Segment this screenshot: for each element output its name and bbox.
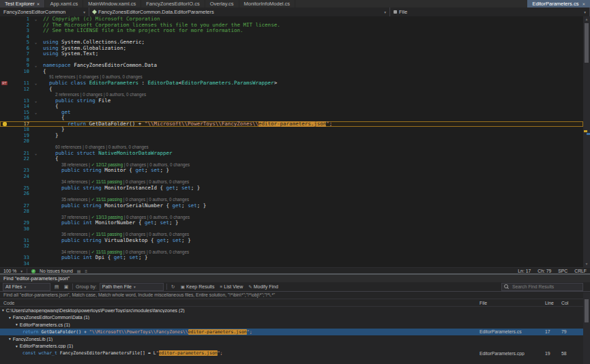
codelens-row[interactable]: 91 references | 0 changes | 0 authors, 0… (0, 74, 583, 80)
code-editor[interactable]: 1⌄// Copyright (c) Microsoft Corporation… (0, 16, 590, 267)
project-dropdown[interactable]: FancyZonesEditorCommon ▾ (0, 7, 89, 16)
code-line[interactable]: 25public string MonitorInstanceId { get;… (0, 185, 583, 192)
modify-find-button[interactable]: ✎ Modify Find (247, 284, 280, 290)
document-tab[interactable]: FancyZonesEditorIO.cs (141, 0, 205, 7)
find-result-row[interactable]: ▾FancyZonesLib (1) (0, 335, 583, 343)
code-line[interactable]: 20 (0, 138, 583, 145)
health-status-text[interactable]: No issues found (40, 269, 73, 273)
document-tab[interactable]: App.xaml.cs (45, 0, 83, 7)
list-icon[interactable]: ≡ (85, 269, 87, 273)
codelens-row[interactable]: 35 references | ✓ 11/11 passing | 0 chan… (0, 197, 583, 203)
code-line[interactable]: 30 (0, 226, 583, 232)
scope-dropdown[interactable]: All Files ▾ (3, 283, 50, 291)
code-line[interactable]: 16{ (0, 115, 583, 121)
find-result-row[interactable]: return GetDataFolder() + "\\Microsoft\\P… (0, 329, 583, 336)
code-line[interactable]: 12{ (0, 87, 583, 93)
code-line[interactable]: 15⌄get (0, 110, 583, 116)
code-line[interactable]: 29public int MonitorNumber { get; set; } (0, 220, 583, 226)
keep-results-toggle[interactable]: ▣ Keep Results (179, 284, 216, 290)
fold-chevron-icon[interactable]: ⌄ (31, 63, 40, 69)
document-tab[interactable]: Overlay.cs (205, 0, 239, 7)
code-line[interactable]: 18} (0, 127, 583, 133)
find-result-row[interactable]: ▾EditorParameters.cs (1) (0, 321, 583, 329)
code-line[interactable]: 8 (0, 57, 583, 63)
line-indicator[interactable]: Ln: 17 (518, 269, 531, 273)
code-area[interactable]: 1⌄// Copyright (c) Microsoft Corporation… (0, 16, 583, 267)
code-line[interactable]: 6using System.Globalization; (0, 46, 583, 52)
code-line[interactable]: RT11⌄public class EditorParameters : Edi… (0, 80, 583, 87)
code-line[interactable]: 7using System.Text; (0, 51, 583, 57)
fold-chevron-icon[interactable]: ⌄ (31, 110, 40, 116)
results-header-row[interactable]: Code File Line Col (0, 299, 583, 307)
codelens-row[interactable]: 34 references | ✓ 11/11 passing | 0 chan… (0, 249, 583, 256)
char-indicator[interactable]: Ch: 79 (537, 269, 551, 273)
code-line[interactable]: 22{ (0, 156, 583, 162)
member-dropdown[interactable]: File ▾ (390, 7, 590, 16)
find-panel-scrollbar[interactable] (583, 292, 590, 364)
editor-vertical-scrollbar[interactable]: ▲ ▼ (583, 16, 590, 267)
search-find-results-box[interactable] (501, 283, 583, 291)
code-line[interactable]: 17return GetDataFolder() + "\\Microsoft\… (0, 121, 583, 127)
code-column-header[interactable]: Code (3, 301, 14, 305)
expand-arrow-icon[interactable]: ▾ (16, 344, 18, 348)
close-icon[interactable]: ✕ (37, 2, 40, 6)
fold-chevron-icon[interactable]: ⌄ (31, 80, 40, 87)
line-ending-indicator[interactable]: CRLF (574, 269, 587, 273)
codelens-row[interactable]: 60 references | 0 changes | 0 authors, 0… (0, 145, 583, 151)
scroll-up-icon[interactable]: ▲ (583, 16, 590, 22)
code-line[interactable]: 13⌄public string File (0, 98, 583, 104)
code-line[interactable]: 24 (0, 174, 583, 180)
code-line[interactable]: 2// The Microsoft Corporation licenses t… (0, 22, 583, 29)
expand-all-icon[interactable]: ▤ (53, 284, 60, 290)
line-column-header[interactable]: Line (545, 301, 561, 305)
code-line[interactable]: 23public string Monitor { get; set; } (0, 168, 583, 174)
refresh-icon[interactable]: ↻ (170, 284, 177, 290)
code-line[interactable]: 31public string VirtualDesktop { get; se… (0, 238, 583, 244)
code-line[interactable]: 4 (0, 34, 583, 40)
type-dropdown[interactable]: FancyZonesEditorCommon.Data.EditorParame… (89, 7, 390, 16)
find-result-row[interactable]: const wchar_t FancyZonesEditorParameters… (0, 350, 583, 357)
find-result-row[interactable]: ▾EditorParameters.cpp (1) (0, 343, 583, 350)
code-line[interactable]: 26 (0, 191, 583, 197)
scroll-down-icon[interactable]: ▼ (583, 261, 590, 267)
find-result-row[interactable]: ▾C:\Users\zhaopengwang\Desktop\powertoys… (0, 307, 583, 314)
code-line[interactable]: 9⌄namespace FancyZonesEditorCommon.Data (0, 63, 583, 69)
health-check-icon[interactable]: ✓ (31, 269, 35, 273)
zoom-level[interactable]: 100 % (3, 269, 16, 273)
code-line[interactable]: 32 (0, 243, 583, 249)
expand-arrow-icon[interactable]: ▾ (9, 316, 11, 320)
collapse-all-icon[interactable]: ▣ (63, 284, 70, 290)
document-tab[interactable]: MainWindow.xaml.cs (83, 0, 141, 7)
codelens-row[interactable]: 37 references | ✓ 13/13 passing | 0 chan… (0, 215, 583, 221)
chevron-down-icon[interactable]: ▾ (20, 269, 23, 273)
document-tab[interactable]: Test Explorer✕ (0, 0, 45, 7)
document-icon[interactable]: ▤ (77, 269, 81, 273)
active-document-tab[interactable]: EditorParameters.cs ✕ (527, 0, 590, 7)
document-tab[interactable]: MonitorInfoModel.cs (239, 0, 296, 7)
expand-arrow-icon[interactable]: ▾ (16, 322, 18, 327)
file-column-header[interactable]: File (480, 301, 545, 305)
group-by-dropdown[interactable]: Path then File ▾ (100, 283, 164, 291)
list-view-button[interactable]: ≡ List View (219, 284, 245, 289)
col-column-header[interactable]: Col (561, 301, 583, 305)
expand-arrow-icon[interactable]: ▾ (9, 337, 11, 341)
fold-chevron-icon[interactable]: ⌄ (31, 98, 40, 104)
codelens-row[interactable]: 34 references | ✓ 11/11 passing | 0 chan… (0, 179, 583, 185)
space-mode-indicator[interactable]: SPC (558, 269, 567, 273)
code-line[interactable]: 5⌄using System.Collections.Generic; (0, 40, 583, 46)
code-line[interactable]: 10{ (0, 69, 583, 75)
codelens-row[interactable]: 36 references | ✓ 11/11 passing | 0 chan… (0, 232, 583, 238)
find-result-row[interactable]: ▾FancyZonesEditorCommon\Data (1) (0, 314, 583, 322)
scrollbar-thumb[interactable] (585, 23, 589, 63)
code-line[interactable]: 34 (0, 261, 583, 267)
code-line[interactable]: 27public string MonitorSerialNumber { ge… (0, 203, 583, 209)
expand-arrow-icon[interactable]: ▾ (2, 308, 4, 312)
code-line[interactable]: 28 (0, 209, 583, 215)
scrollbar-thumb[interactable] (585, 299, 589, 322)
close-icon[interactable]: ✕ (582, 2, 585, 6)
code-line[interactable]: 19} (0, 133, 583, 139)
fold-chevron-icon[interactable]: ⌄ (31, 16, 40, 22)
code-line[interactable]: 1⌄// Copyright (c) Microsoft Corporation (0, 16, 583, 22)
code-line[interactable]: 3// See the LICENSE file in the project … (0, 28, 583, 34)
fold-chevron-icon[interactable]: ⌄ (31, 151, 40, 157)
